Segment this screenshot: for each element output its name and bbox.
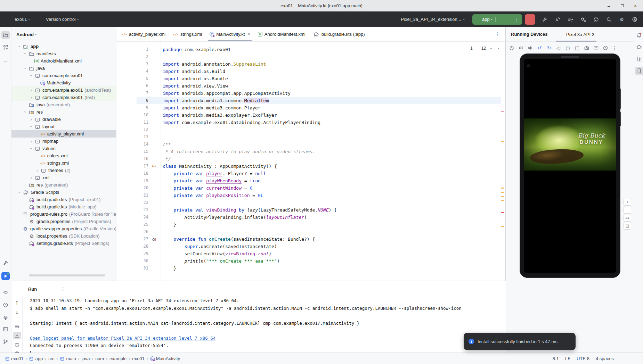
code-line-23[interactable]: 23 private val viewBinding by lazy(LazyT… xyxy=(116,206,505,214)
line-number[interactable]: 23 xyxy=(116,206,148,214)
tree-item-com-example-exo01[interactable]: ›com.example.exo01(androidTest) xyxy=(11,86,116,94)
line-number[interactable]: 6 xyxy=(116,82,148,90)
breadcrumb-app[interactable]: app xyxy=(29,356,43,361)
chevron-down-icon[interactable]: › xyxy=(28,124,34,129)
tree-item-java[interactable]: java(generated) xyxy=(11,101,116,108)
code-line-2[interactable]: 2 xyxy=(116,53,505,60)
tree-item-com-example-exo01[interactable]: ›com.example.exo01 xyxy=(11,72,116,79)
volume-down-icon[interactable] xyxy=(527,45,533,51)
tree-item-strings-xml[interactable]: </>strings.xml xyxy=(11,159,116,167)
video-player-frame[interactable]: Big Buck BUNNY xyxy=(524,118,616,171)
line-number[interactable]: 3 xyxy=(116,60,148,68)
tree-item-settings-gradle-kts[interactable]: settings.gradle.kts(Project Settings) xyxy=(11,240,116,247)
chevron-down-icon[interactable]: › xyxy=(22,51,29,56)
line-number[interactable]: 27 xyxy=(116,235,148,243)
chevron-right-icon[interactable]: › xyxy=(28,139,34,143)
hamburger-menu-icon[interactable] xyxy=(3,16,10,23)
code-line-7[interactable]: 7import androidx.appcompat.app.AppCompat… xyxy=(116,90,505,97)
power-icon[interactable] xyxy=(508,45,514,51)
tree-item-layout[interactable]: ›layout xyxy=(11,123,116,130)
tree-item-res[interactable]: ›res xyxy=(11,108,116,116)
code-line-24[interactable]: 24 ActivityPlayerBinding.inflate(layoutI… xyxy=(116,214,505,221)
screen-record-icon[interactable] xyxy=(593,45,599,51)
build-variants-icon[interactable] xyxy=(567,16,573,23)
more-vertical-icon[interactable]: ⋮ xyxy=(612,45,618,51)
breadcrumb-exo01[interactable]: exo01 xyxy=(132,356,144,361)
code-line-15[interactable]: 15 * A fullscreen activity to play audio… xyxy=(116,148,505,155)
code-line-30[interactable]: 30 println("*** onCreate *** aaa ***") xyxy=(116,257,505,265)
chevron-right-icon[interactable]: › xyxy=(28,117,34,122)
line-number[interactable]: 22 xyxy=(116,199,148,206)
editor-tab-androidmanifest-xml[interactable]: MAndroidManifest.xml xyxy=(254,27,309,41)
breadcrumb-src[interactable]: src xyxy=(48,356,54,361)
line-number[interactable]: 10 xyxy=(116,111,148,119)
stripe-resource-manager[interactable] xyxy=(1,43,10,51)
debug-icon[interactable] xyxy=(506,16,512,23)
tree-item-gradle-properties[interactable]: ⚙gradle.properties(Project Properties) xyxy=(11,218,116,225)
code-line-5[interactable]: 5import android.os.Bundle xyxy=(116,75,505,82)
tree-item-values[interactable]: ›values xyxy=(11,145,116,152)
code-line-9[interactable]: 9import androidx.media3.common.Player xyxy=(116,104,505,111)
chevron-right-icon[interactable]: › xyxy=(28,95,34,100)
chevron-right-icon[interactable]: › xyxy=(28,88,34,92)
stripe-gradle-elephant[interactable] xyxy=(635,43,643,51)
tree-item-local-properties[interactable]: ⚙local.properties(SDK Location) xyxy=(11,232,116,240)
chevron-right-icon[interactable]: › xyxy=(34,168,40,173)
editor-tab-strings-xml[interactable]: </>strings.xml xyxy=(169,27,206,41)
home-icon[interactable]: ○ xyxy=(565,45,571,51)
code-line-4[interactable]: 4import android.os.Build xyxy=(116,68,505,75)
tree-item-gradle-scripts[interactable]: ›Gradle Scripts xyxy=(11,189,116,196)
breadcrumb-java[interactable]: java xyxy=(82,356,90,361)
code-line-8[interactable]: 8import androidx.media3.common.MediaItem xyxy=(116,97,505,104)
open-logcat-link[interactable]: Open logcat panel for emulator Pixel 3a … xyxy=(30,336,215,341)
snapshots-icon[interactable] xyxy=(602,45,608,51)
code-line-17[interactable]: 17</>class MainActivity : AppCompatActiv… xyxy=(116,163,505,170)
tree-item-drawable[interactable]: ›drawable xyxy=(11,116,116,123)
run-console[interactable]: 2023-10-31 10:53:19: Launching app on 'P… xyxy=(30,297,504,353)
chevron-down-icon[interactable]: › xyxy=(22,110,29,114)
account-icon[interactable] xyxy=(632,16,638,23)
stripe-build-hammer[interactable] xyxy=(1,259,10,267)
editor-tab-activity-player-xml[interactable]: </>activity_player.xml xyxy=(118,27,169,41)
code-line-21[interactable]: 21 private var playbackPosition = 0L xyxy=(116,192,505,199)
back-icon[interactable]: ◁ xyxy=(555,45,561,51)
code-line-19[interactable]: 19 private var playWhenReady = true xyxy=(116,177,505,184)
line-number[interactable]: 2 xyxy=(116,53,148,60)
code-line-13[interactable]: 13 xyxy=(116,133,505,141)
code-line-11[interactable]: 11import com.example.exo01.databinding.A… xyxy=(116,119,505,126)
run-config-label[interactable]: app xyxy=(482,17,490,22)
line-number[interactable]: 7 xyxy=(116,90,148,97)
volume-up-icon[interactable] xyxy=(518,45,524,51)
line-number[interactable]: 18 xyxy=(116,170,148,177)
line-number[interactable]: 13 xyxy=(116,133,148,141)
code-line-20[interactable]: 20 private var currentWindow = 0 xyxy=(116,184,505,192)
rerun-icon[interactable] xyxy=(498,16,505,23)
install-toast[interactable]: i Install successfully finished in 1 s 4… xyxy=(464,333,576,350)
code-line-12[interactable]: 12 xyxy=(116,126,505,133)
line-separator[interactable]: LF xyxy=(565,356,570,361)
tree-item-app[interactable]: ›app xyxy=(11,43,116,50)
line-number[interactable]: 20 xyxy=(116,184,148,192)
stripe-run-play[interactable] xyxy=(1,272,10,280)
tab-overflow-icon[interactable]: ⋮ xyxy=(494,31,500,37)
stripe-logcat-cat[interactable] xyxy=(1,288,10,296)
device-selector[interactable]: Pixel_3a_API_34_extension...› xyxy=(392,16,465,23)
zoom-out-button[interactable]: − xyxy=(624,206,631,214)
tree-item-colors-xml[interactable]: </>colors.xml xyxy=(11,152,116,159)
stripe-quality-insights[interactable] xyxy=(1,314,10,322)
error-stripe-mark[interactable] xyxy=(501,212,504,213)
tree-item-build-gradle-kts[interactable]: build.gradle.kts(Project: exo01) xyxy=(11,196,116,203)
stop-button[interactable] xyxy=(525,14,535,25)
console-arrow-up[interactable]: ↑ xyxy=(13,299,21,307)
chevron-down-icon[interactable]: › xyxy=(28,73,34,78)
chevron-down-icon[interactable]: › xyxy=(16,190,23,195)
editor-tab-mainactivity-kt[interactable]: CMainActivity.kt× xyxy=(206,27,254,41)
close-tab-icon[interactable]: × xyxy=(247,32,250,37)
tree-item-gradle-wrapper-properties[interactable]: ⚙gradle-wrapper.properties(Gradle Versio… xyxy=(11,225,116,232)
tree-item-proguard-rules-pro[interactable]: proguard-rules.pro(ProGuard Rules for ":… xyxy=(11,210,116,218)
project-hscrollbar[interactable] xyxy=(29,274,105,276)
error-stripe-mark[interactable] xyxy=(501,192,504,193)
line-number[interactable]: 28 xyxy=(116,243,148,250)
prev-problem-icon[interactable]: › xyxy=(488,46,494,51)
breadcrumb-main[interactable]: main xyxy=(60,356,76,361)
